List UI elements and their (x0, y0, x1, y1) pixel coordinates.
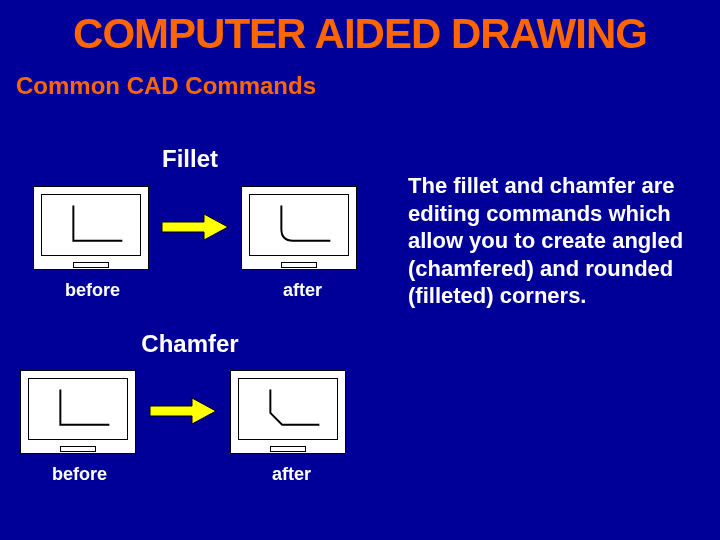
monitor-screen (41, 194, 141, 256)
caption-fillet-before: before (65, 280, 120, 301)
page-subtitle: Common CAD Commands (0, 58, 720, 100)
page-title: COMPUTER AIDED DRAWING (0, 0, 720, 58)
monitor-screen (238, 378, 338, 440)
caption-chamfer-before: before (52, 464, 107, 485)
monitor-fillet-after (241, 186, 357, 270)
monitor-base (281, 262, 317, 268)
caption-chamfer-after: after (272, 464, 311, 485)
monitor-base (73, 262, 109, 268)
fillet-before-icon (42, 195, 140, 255)
chamfer-before-icon (29, 379, 127, 439)
monitor-screen (249, 194, 349, 256)
monitor-screen (28, 378, 128, 440)
monitor-base (270, 446, 306, 452)
arrow-icon (148, 396, 218, 426)
section-label-fillet: Fillet (130, 145, 250, 173)
arrow-icon (160, 212, 230, 242)
section-label-chamfer: Chamfer (130, 330, 250, 358)
chamfer-after-icon (239, 379, 337, 439)
body-text: The fillet and chamfer are editing comma… (408, 172, 698, 310)
fillet-after-icon (250, 195, 348, 255)
caption-fillet-after: after (283, 280, 322, 301)
monitor-chamfer-before (20, 370, 136, 454)
monitor-chamfer-after (230, 370, 346, 454)
monitor-fillet-before (33, 186, 149, 270)
monitor-base (60, 446, 96, 452)
